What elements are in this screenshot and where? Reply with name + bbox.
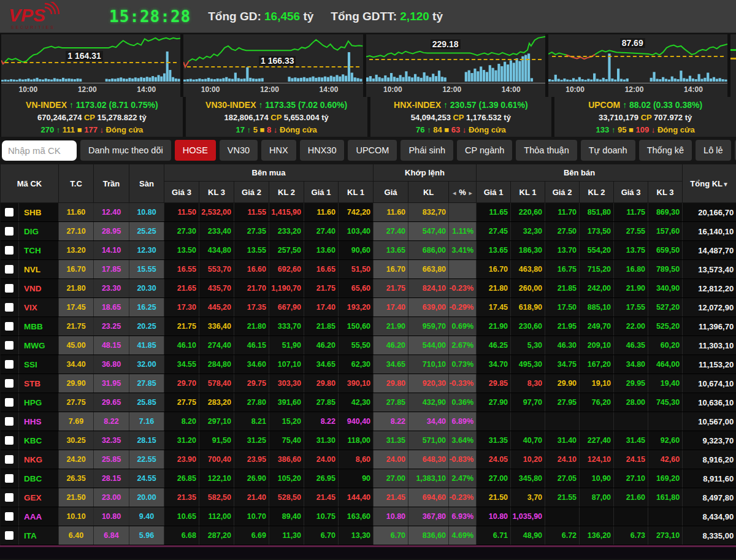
total-volume[interactable]: 11,153,20 [683, 355, 736, 374]
bid-vol-1[interactable]: 62,30 [339, 355, 374, 374]
ask-vol-2[interactable]: 885,10 [580, 298, 614, 317]
bid-vol-3[interactable]: 274,40 [199, 336, 234, 355]
symbol[interactable]: HHS [19, 412, 59, 431]
ask-price-3[interactable]: 21.60 [614, 488, 648, 507]
matched-percent[interactable] [449, 260, 477, 279]
matched-vol[interactable]: 34,40 [408, 412, 449, 431]
total-volume[interactable]: 8,497,80 [683, 488, 736, 507]
bid-vol-2[interactable]: 107,10 [269, 355, 304, 374]
ask-price-2[interactable]: 11.70 [545, 203, 580, 222]
ceiling-price[interactable]: 28.95 [94, 222, 129, 241]
matched-percent[interactable]: 0.73% [449, 355, 477, 374]
ask-price-1[interactable]: 21.90 [477, 317, 511, 336]
symbol[interactable]: TCH [19, 241, 59, 260]
reference-price[interactable]: 34.40 [59, 355, 94, 374]
bid-price-3[interactable]: 16.55 [164, 260, 199, 279]
ask-vol-2[interactable] [580, 507, 614, 526]
bid-vol-2[interactable]: 692,60 [269, 260, 304, 279]
ask-price-3[interactable] [614, 507, 648, 526]
floor-price[interactable]: 16.25 [129, 298, 164, 317]
matched-vol[interactable]: 710,10 [408, 355, 449, 374]
bid-vol-2[interactable]: 89,40 [269, 507, 304, 526]
bid-price-2[interactable]: 27.80 [234, 393, 269, 412]
header-total-volume[interactable]: Tổng KL▼ [683, 164, 736, 203]
bid-price-3[interactable]: 26.85 [164, 469, 199, 488]
bid-price-2[interactable]: 26.90 [234, 469, 269, 488]
ask-vol-1[interactable]: 1,035,90 [511, 507, 545, 526]
index-summary-vn-index[interactable]: VN-INDEX ↑ 1173.02 (8.71 0.75%)670,246,2… [1, 97, 183, 137]
bid-price-1[interactable]: 8.22 [304, 412, 339, 431]
bid-price-2[interactable]: 8.21 [234, 412, 269, 431]
bid-price-2[interactable]: 11.55 [234, 203, 269, 222]
row-checkbox[interactable] [5, 398, 13, 407]
floor-price[interactable]: 25.25 [129, 222, 164, 241]
matched-percent[interactable]: 3.41% [449, 241, 477, 260]
bid-vol-3[interactable]: 553,70 [199, 260, 234, 279]
ask-price-1[interactable]: 21.80 [477, 279, 511, 298]
bid-price-1[interactable]: 6.70 [304, 526, 339, 545]
bid-price-2[interactable]: 10.70 [234, 507, 269, 526]
matched-percent[interactable]: 3.64% [449, 431, 477, 450]
ask-price-1[interactable]: 46.25 [477, 336, 511, 355]
bid-vol-3[interactable]: 434,80 [199, 241, 234, 260]
index-summary-vn30-index[interactable]: VN30-INDEX ↑ 1173.35 (7.02 0.60%)182,806… [186, 97, 367, 137]
ask-price-2[interactable]: 24.10 [545, 450, 580, 469]
tab-hnx[interactable]: HNX [261, 140, 296, 161]
tab-vn30[interactable]: VN30 [220, 140, 258, 161]
ask-price-3[interactable]: 22.00 [614, 317, 648, 336]
bid-price-1[interactable]: 34.65 [304, 355, 339, 374]
floor-price[interactable]: 5.96 [129, 526, 164, 545]
bid-vol-1[interactable]: 103,40 [339, 222, 374, 241]
matched-percent[interactable] [449, 203, 477, 222]
ceiling-price[interactable]: 48.15 [94, 336, 129, 355]
ask-vol-3[interactable] [648, 412, 683, 431]
tab-thoa-thuan[interactable]: Thỏa thuận [516, 140, 577, 161]
bid-price-1[interactable]: 29.80 [304, 374, 339, 393]
ask-price-2[interactable]: 21.55 [545, 488, 580, 507]
ask-price-3[interactable]: 16.80 [614, 260, 648, 279]
ask-vol-2[interactable]: 167,20 [580, 355, 614, 374]
bid-vol-1[interactable]: 65,60 [339, 279, 374, 298]
ask-vol-2[interactable]: 124,10 [580, 450, 614, 469]
ask-vol-1[interactable]: 260,00 [511, 279, 545, 298]
bid-vol-1[interactable]: 90 [339, 469, 374, 488]
ask-vol-3[interactable]: 42,60 [648, 450, 683, 469]
bid-vol-3[interactable]: 283,20 [199, 393, 234, 412]
ask-price-1[interactable]: 29.85 [477, 374, 511, 393]
bid-vol-2[interactable]: 1,415,90 [269, 203, 304, 222]
ask-vol-1[interactable]: 220,60 [511, 203, 545, 222]
bid-price-1[interactable]: 31.30 [304, 431, 339, 450]
ask-price-3[interactable]: 29.95 [614, 374, 648, 393]
bid-price-1[interactable]: 26.95 [304, 469, 339, 488]
row-checkbox[interactable] [5, 284, 13, 293]
total-volume[interactable]: 11,396,70 [683, 317, 736, 336]
matched-percent[interactable]: 6.93% [449, 507, 477, 526]
ask-vol-2[interactable]: 249,70 [580, 317, 614, 336]
ask-vol-1[interactable]: 3,70 [511, 488, 545, 507]
bid-price-2[interactable]: 13.55 [234, 241, 269, 260]
row-checkbox[interactable] [5, 455, 13, 464]
row-checkbox[interactable] [5, 512, 13, 521]
reference-price[interactable]: 21.80 [59, 279, 94, 298]
tab-upcom[interactable]: UPCOM [348, 140, 397, 161]
bid-vol-1[interactable]: 90,60 [339, 241, 374, 260]
row-checkbox[interactable] [5, 474, 13, 483]
matched-vol[interactable]: 686,00 [408, 241, 449, 260]
matched-vol[interactable]: 544,00 [408, 336, 449, 355]
total-volume[interactable]: 9,323,70 [683, 431, 736, 450]
bid-price-3[interactable]: 21.35 [164, 488, 199, 507]
ask-price-2[interactable]: 31.40 [545, 431, 580, 450]
ask-price-1[interactable]: 6.71 [477, 526, 511, 545]
bid-vol-1[interactable]: 940,40 [339, 412, 374, 431]
total-volume[interactable]: 12,812,20 [683, 279, 736, 298]
bid-vol-1[interactable]: 8,60 [339, 450, 374, 469]
symbol[interactable]: KBC [19, 431, 59, 450]
bid-price-3[interactable]: 6.68 [164, 526, 199, 545]
ask-price-2[interactable]: 21.85 [545, 279, 580, 298]
ask-price-1[interactable]: 34.70 [477, 355, 511, 374]
tab-hnx30[interactable]: HNX30 [300, 140, 345, 161]
floor-price[interactable]: 20.00 [129, 488, 164, 507]
ask-vol-3[interactable]: 464,00 [648, 355, 683, 374]
matched-percent[interactable]: 1.11% [449, 222, 477, 241]
ceiling-price[interactable]: 36.80 [94, 355, 129, 374]
